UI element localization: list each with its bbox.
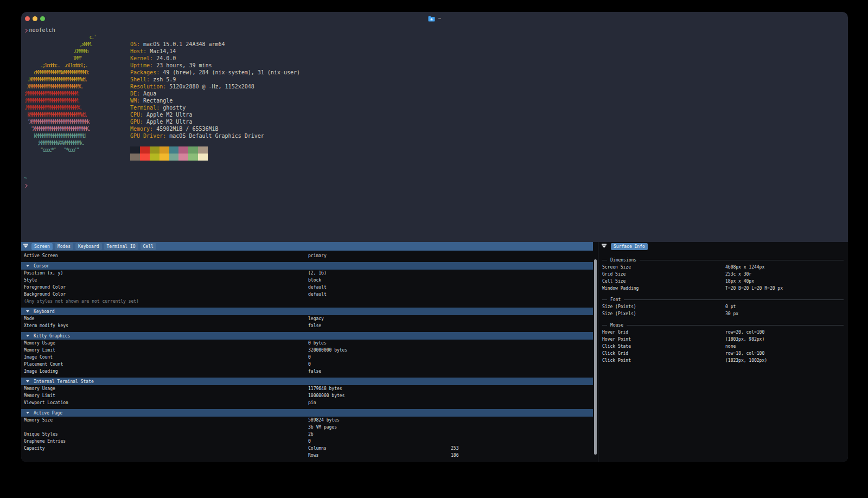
table-row: Grapheme Entries0: [21, 439, 593, 446]
section-header-mouse: Mouse: [598, 322, 848, 329]
row-value: 26: [308, 432, 314, 437]
info-value: ghostty: [159, 105, 186, 111]
info-value: Rectangle: [140, 98, 173, 104]
info-label: Resolution:: [130, 84, 166, 90]
table-row: Image Count0: [21, 355, 593, 362]
tab-surface-info[interactable]: Surface Info: [611, 243, 648, 250]
folder-icon: [428, 16, 435, 22]
section-header-cursor[interactable]: Cursor: [21, 262, 593, 270]
tab-terminal-io[interactable]: Terminal IO: [104, 243, 138, 250]
row-label: Click State: [602, 344, 631, 349]
collapse-panel-icon[interactable]: [602, 244, 607, 250]
palette-swatch: [140, 154, 150, 161]
tab-keyboard[interactable]: Keyboard: [75, 243, 102, 250]
terminal-color-palette: [130, 146, 208, 161]
info-label: Uptime:: [130, 62, 153, 68]
row-value: default: [308, 292, 327, 297]
tab-modes[interactable]: Modes: [55, 243, 73, 250]
command-text: neofetch: [29, 27, 55, 33]
row-value: pin: [308, 400, 316, 405]
inspector-rows: Active ScreenprimaryCursorPosition (x, y…: [21, 251, 593, 460]
section-title: Internal Terminal State: [34, 379, 94, 384]
palette-swatch: [130, 154, 140, 161]
info-label: WM:: [130, 98, 140, 104]
info-value: Apple M2 Ultra: [143, 112, 192, 118]
row-label: Grapheme Entries: [24, 439, 66, 444]
table-row: Styleblock: [21, 278, 593, 285]
palette-swatch: [140, 146, 150, 154]
window-title-text: ~: [438, 16, 441, 22]
row-value: 0: [308, 439, 311, 444]
info-value: Aqua: [140, 91, 156, 97]
row-value: 0 bytes: [308, 341, 327, 346]
row-value: 18px x 40px: [725, 279, 754, 284]
table-row: Viewport Locationpin: [21, 400, 593, 407]
section-header-keyboard[interactable]: Keyboard: [21, 308, 593, 315]
row-label: Hover Grid: [602, 330, 628, 335]
inspector-tab-bar: ScreenModesKeyboardTerminal IOCell: [21, 242, 593, 251]
surface-info-tab-bar: Surface Info: [598, 242, 848, 251]
row-value: 0 pt: [725, 304, 736, 309]
shell-prompt-empty: [24, 182, 29, 189]
section-title: Font: [610, 297, 621, 302]
table-row: Click Point(1823px, 1002px): [598, 358, 848, 365]
row-label: Foreground Color: [24, 285, 66, 290]
info-value: 5120x2880 @ -Hz, 1152x2048: [166, 84, 254, 90]
table-row: Grid Size253c x 30r: [598, 272, 848, 279]
row-value: 0: [308, 355, 311, 360]
row-label: Grid Size: [602, 272, 626, 277]
info-label: Host:: [130, 48, 146, 54]
row-value: 0: [308, 362, 311, 367]
info-value: 49 (brew), 284 (nix-system), 31 (nix-use…: [159, 69, 300, 75]
table-row: Image Loadingfalse: [21, 369, 593, 376]
neofetch-info-line: CPU: Apple M2 Ultra: [130, 111, 300, 118]
info-label: Memory:: [130, 126, 153, 132]
palette-swatch: [130, 146, 140, 154]
row-value: 36 VM pages: [308, 425, 337, 430]
row-value: 589824 bytes: [308, 418, 340, 423]
section-header-kitty-graphics[interactable]: Kitty Graphics: [21, 332, 593, 340]
collapse-panel-icon[interactable]: [23, 244, 28, 250]
row-value: row=18, col=100: [725, 351, 764, 356]
section-header-active-page[interactable]: Active Page: [21, 409, 593, 417]
section-title: Keyboard: [34, 309, 55, 314]
row-label: Image Loading: [24, 369, 58, 374]
ascii-art-line: 'XMMMMMMMMMMMMMMMMMMMMMMMMK.: [24, 125, 95, 132]
table-row: Size (Points)0 pt: [598, 304, 848, 311]
table-row: Unique Styles26: [21, 432, 593, 439]
tab-cell[interactable]: Cell: [141, 243, 156, 250]
row-label: Click Grid: [602, 351, 628, 356]
prompt-chevron-icon: [24, 29, 27, 32]
neofetch-info-line: Shell: zsh 5.9: [130, 76, 300, 83]
info-label: Terminal:: [130, 105, 159, 111]
palette-swatch: [198, 154, 208, 161]
info-value: macOS 15.0.1 24A348 arm64: [140, 41, 225, 47]
table-row: Click Gridrow=18, col=100: [598, 351, 848, 358]
ascii-art-line: "cooc*" "*coo'": [24, 146, 95, 154]
row-label: Capacity: [24, 446, 45, 451]
row-label: Size (Points): [602, 304, 636, 309]
ascii-art-line: .MMMMMMMMMMMMMMMMMMMMMMMMX.: [24, 104, 95, 111]
scrollbar[interactable]: [594, 259, 597, 455]
row-value: 4608px x 1244px: [725, 265, 764, 270]
info-label: GPU Driver:: [130, 133, 166, 139]
neofetch-info-line: WM: Rectangle: [130, 97, 300, 104]
neofetch-info-line: GPU: Apple M2 Ultra: [130, 118, 300, 125]
terminal-content[interactable]: neofetch c.' ,xNMM. .OMMMMo lMM" .;loddo…: [21, 25, 848, 242]
neofetch-info-line: Terminal: ghostty: [130, 104, 300, 111]
table-row: Placement Count0: [21, 362, 593, 369]
table-row: Memory Limit320000000 bytes: [21, 348, 593, 355]
row-label: Active Screen: [24, 253, 58, 258]
table-row: Xterm modify keysfalse: [21, 323, 593, 330]
ascii-art-line: 'XMMMMMMMMMMMMMMMMMMMMMMMMMMk: [24, 118, 95, 125]
triangle-down-icon: [26, 310, 29, 312]
info-value: zsh 5.9: [150, 76, 176, 82]
info-label: GPU:: [130, 119, 143, 125]
ascii-art-line: ;MMMMMMMMMMMMMMMMMMMMMMMM:: [24, 90, 95, 97]
info-label: DE:: [130, 91, 140, 97]
section-header-internal-terminal-state[interactable]: Internal Terminal State: [21, 378, 593, 385]
ascii-art-line: ;KMMMMMMMWXXWMMMMMMMk.: [24, 139, 95, 146]
tab-screen[interactable]: Screen: [31, 243, 53, 250]
table-row: Window PaddingT=20 B=20 L=20 R=20 px: [598, 286, 848, 293]
titlebar[interactable]: ~: [21, 12, 848, 25]
